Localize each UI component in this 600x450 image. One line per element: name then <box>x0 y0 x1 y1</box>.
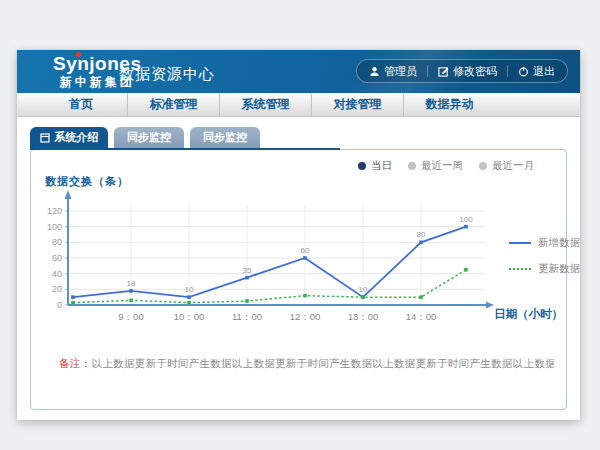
content-area: 系统介绍 同步监控 同步监控 当日 最近一周 最近一月 数据交换（条） 0204… <box>17 117 580 419</box>
footnote: 备注：以上数据更新于时间产生数据以上数据更新于时间产生数据以上数据更新于时间产生… <box>59 357 554 371</box>
radio-last-month[interactable]: 最近一月 <box>479 159 534 173</box>
chart-svg: 0204060801001209：0010：0011：0012：0013：001… <box>41 188 511 338</box>
radio-dot-icon <box>479 162 487 170</box>
main-nav: 首页 标准管理 系统管理 对接管理 数据异动 <box>17 93 580 117</box>
x-axis-title: 日期（小时） <box>494 307 563 322</box>
divider <box>507 65 508 77</box>
change-password-button[interactable]: 修改密码 <box>438 64 497 79</box>
dotted-line-icon <box>509 268 531 270</box>
svg-text:100: 100 <box>459 215 473 224</box>
tab-system-intro[interactable]: 系统介绍 <box>30 127 108 148</box>
nav-item-integration[interactable]: 对接管理 <box>311 93 403 116</box>
divider <box>427 65 428 77</box>
svg-text:60: 60 <box>52 253 62 263</box>
app-window: Synjones 新中新集团 数据资源中心 管理员 修改密码 退出 首页 标准管… <box>17 50 580 420</box>
svg-text:0: 0 <box>57 300 62 310</box>
page-title: 数据资源中心 <box>119 65 215 84</box>
nav-item-data-changes[interactable]: 数据异动 <box>403 93 495 116</box>
radio-last-week[interactable]: 最近一周 <box>408 159 463 173</box>
svg-text:100: 100 <box>47 222 62 232</box>
svg-text:12：00: 12：00 <box>290 311 321 322</box>
tab-underline <box>30 148 340 150</box>
radio-today[interactable]: 当日 <box>358 159 392 173</box>
svg-text:80: 80 <box>417 230 426 239</box>
tab-bar: 系统介绍 同步监控 同步监控 <box>30 127 260 148</box>
legend-new-data: 新增数据 <box>509 236 580 250</box>
svg-text:20: 20 <box>52 284 62 294</box>
chart: 0204060801001209：0010：0011：0012：0013：001… <box>41 188 511 338</box>
tab-sync-monitor-2[interactable]: 同步监控 <box>190 127 260 148</box>
nav-item-system[interactable]: 系统管理 <box>219 93 311 116</box>
svg-text:14：00: 14：00 <box>406 311 437 322</box>
svg-text:80: 80 <box>52 237 62 247</box>
tab-sync-monitor-1[interactable]: 同步监控 <box>114 127 184 148</box>
svg-text:13：00: 13：00 <box>348 311 379 322</box>
radio-dot-icon <box>358 162 366 170</box>
chart-panel: 当日 最近一周 最近一月 数据交换（条） 0204060801001209：00… <box>30 149 567 410</box>
time-range-filter: 当日 最近一周 最近一月 <box>358 159 534 173</box>
current-user[interactable]: 管理员 <box>369 64 417 79</box>
radio-dot-icon <box>408 162 416 170</box>
svg-text:11：00: 11：00 <box>232 311 262 322</box>
series-legend: 新增数据 更新数据 <box>509 236 580 276</box>
solid-line-icon <box>509 242 531 244</box>
legend-update-data: 更新数据 <box>509 262 580 276</box>
svg-text:60: 60 <box>301 246 310 255</box>
svg-text:9：00: 9：00 <box>118 311 143 322</box>
svg-text:10：00: 10：00 <box>174 311 205 322</box>
footnote-label: 备注： <box>59 357 91 369</box>
svg-text:35: 35 <box>243 266 252 275</box>
nav-item-home[interactable]: 首页 <box>35 93 127 116</box>
svg-text:10: 10 <box>185 285 194 294</box>
power-icon <box>518 66 529 77</box>
footnote-text: 以上数据更新于时间产生数据以上数据更新于时间产生数据以上数据更新于时间产生数据以… <box>91 357 554 369</box>
svg-text:18: 18 <box>127 279 136 288</box>
svg-text:40: 40 <box>52 269 62 279</box>
header: Synjones 新中新集团 数据资源中心 管理员 修改密码 退出 <box>17 50 580 93</box>
edit-icon <box>438 66 449 77</box>
nav-item-standards[interactable]: 标准管理 <box>127 93 219 116</box>
user-icon <box>369 66 380 77</box>
y-axis-title: 数据交换（条） <box>45 174 129 189</box>
user-toolbar: 管理员 修改密码 退出 <box>356 59 568 83</box>
window-icon <box>40 133 50 143</box>
svg-text:120: 120 <box>47 206 62 216</box>
logout-button[interactable]: 退出 <box>518 64 555 79</box>
svg-text:10: 10 <box>359 285 368 294</box>
